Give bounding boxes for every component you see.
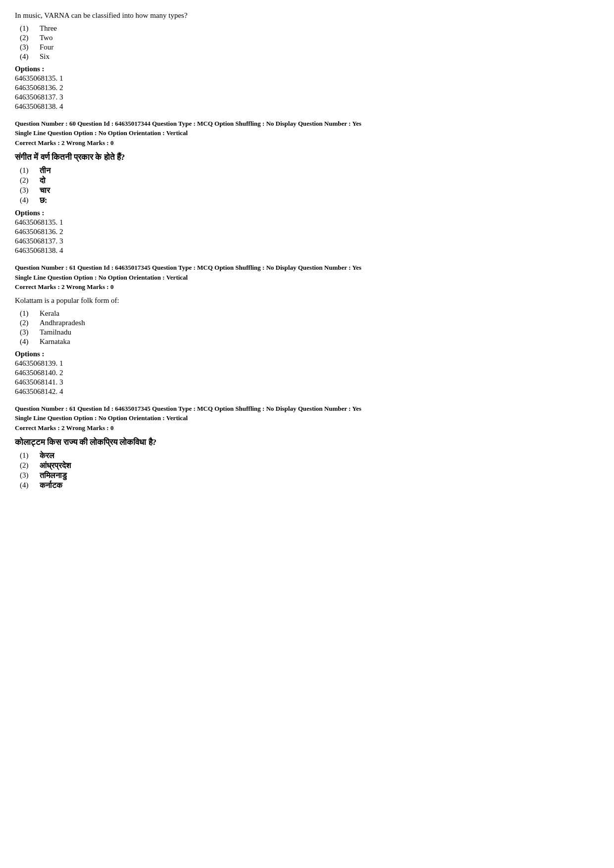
question-61-meta2-text: Question Number : 61 Question Id : 64635… [15, 404, 599, 423]
option-60-en-1: (1) Three [15, 24, 599, 33]
question-61-hindi: कोलाट्टम किस राज्य की लोकप्रिय लोकविधा ह… [15, 436, 599, 490]
option-id-60-en-4: 64635068138. 4 [15, 102, 599, 111]
question-60-hindi-text: संगीत में वर्ण कितनी प्रकार के होते हैं? [15, 151, 599, 164]
option-60-en-2: (2) Two [15, 34, 599, 42]
option-id-61-en-1: 64635068139. 1 [15, 359, 599, 368]
option-id-60-hi-2: 64635068136. 2 [15, 228, 599, 236]
option-id-60-en-2: 64635068136. 2 [15, 84, 599, 92]
options-label-60-hi: Options : [15, 209, 599, 217]
option-61-en-2: (2) Andhrapradesh [15, 319, 599, 327]
option-60-hi-1: (1) तीन [15, 166, 599, 175]
option-60-hi-2: (2) दो [15, 176, 599, 185]
question-61-marks2: Correct Marks : 2 Wrong Marks : 0 [15, 424, 599, 432]
option-60-en-3: (3) Four [15, 43, 599, 51]
question-60-meta-text: Question Number : 60 Question Id : 64635… [15, 119, 599, 138]
question-61-meta1: Question Number : 61 Question Id : 64635… [15, 263, 599, 291]
option-id-60-hi-4: 64635068138. 4 [15, 246, 599, 255]
option-id-61-en-4: 64635068142. 4 [15, 387, 599, 396]
option-60-hi-3: (3) चार [15, 186, 599, 195]
option-id-61-en-3: 64635068141. 3 [15, 378, 599, 386]
option-id-60-hi-3: 64635068137. 3 [15, 237, 599, 245]
question-61-meta2: Question Number : 61 Question Id : 64635… [15, 404, 599, 432]
question-60-meta: Question Number : 60 Question Id : 64635… [15, 119, 599, 147]
option-61-en-4: (4) Karnataka [15, 338, 599, 346]
option-61-en-1: (1) Kerala [15, 309, 599, 318]
options-label-61-en: Options : [15, 350, 599, 358]
option-61-hi-3: (3) तमिलनाडु [15, 471, 599, 480]
question-60-marks: Correct Marks : 2 Wrong Marks : 0 [15, 139, 599, 147]
option-id-60-en-1: 64635068135. 1 [15, 74, 599, 83]
option-61-en-3: (3) Tamilnadu [15, 328, 599, 337]
option-id-60-en-3: 64635068137. 3 [15, 93, 599, 101]
question-60-english-text: In music, VARNA can be classified into h… [15, 10, 599, 21]
option-61-hi-1: (1) केरल [15, 451, 599, 460]
question-61-english: Kolattam is a popular folk form of: (1) … [15, 295, 599, 396]
question-60-hindi: संगीत में वर्ण कितनी प्रकार के होते हैं?… [15, 151, 599, 255]
option-60-hi-4: (4) छ: [15, 196, 599, 205]
option-61-hi-2: (2) आंध्रप्रदेश [15, 461, 599, 470]
options-label-60-en: Options : [15, 65, 599, 73]
option-61-hi-4: (4) कर्नाटक [15, 481, 599, 490]
question-61-english-text: Kolattam is a popular folk form of: [15, 295, 599, 306]
option-60-en-4: (4) Six [15, 52, 599, 61]
question-61-meta1-text: Question Number : 61 Question Id : 64635… [15, 263, 599, 282]
option-id-60-hi-1: 64635068135. 1 [15, 218, 599, 227]
question-61-marks1: Correct Marks : 2 Wrong Marks : 0 [15, 283, 599, 291]
question-61-hindi-text: कोलाट्टम किस राज्य की लोकप्रिय लोकविधा ह… [15, 436, 599, 449]
question-60-english: In music, VARNA can be classified into h… [15, 10, 599, 111]
option-id-61-en-2: 64635068140. 2 [15, 369, 599, 377]
